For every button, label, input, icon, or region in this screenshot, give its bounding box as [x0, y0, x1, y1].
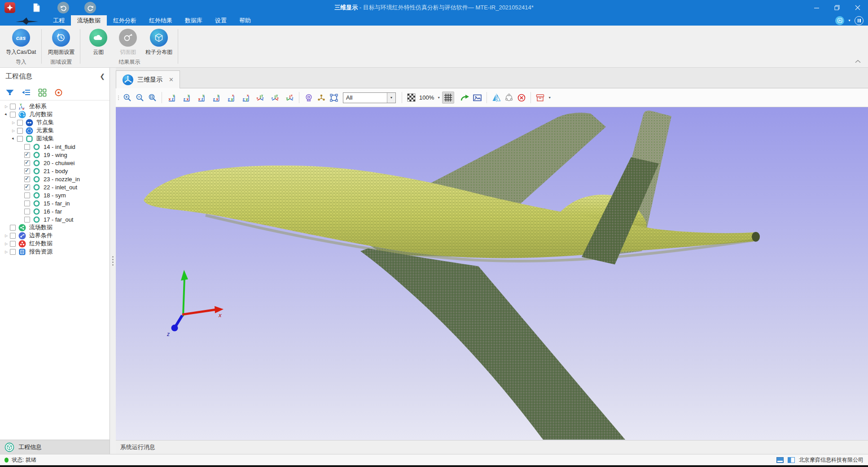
- tree-expander-icon[interactable]: ▷: [3, 234, 10, 238]
- camera-view-icon[interactable]: [302, 92, 315, 104]
- tree-row-15[interactable]: 流场数据: [0, 223, 110, 231]
- tree-row-1[interactable]: ▸几何数据: [0, 110, 110, 118]
- layout-toggle-icon[interactable]: [855, 16, 864, 25]
- menu-item-6[interactable]: 帮助: [233, 15, 257, 26]
- delete-clear-icon[interactable]: [515, 92, 527, 104]
- tree-expander-icon[interactable]: ▸: [9, 135, 18, 143]
- app-icon[interactable]: [4, 2, 15, 13]
- restore-button[interactable]: [827, 0, 847, 15]
- tree-checkbox[interactable]: [24, 184, 30, 190]
- zoom-fit-icon[interactable]: [146, 92, 158, 104]
- tree-row-11[interactable]: 18 - sym: [0, 191, 110, 199]
- menu-item-4[interactable]: 数据库: [179, 15, 209, 26]
- view-iso-2-icon[interactable]: yxz: [269, 92, 281, 104]
- view-bottom-icon[interactable]: xzy: [239, 92, 251, 104]
- viewport-3d[interactable]: x z: [116, 107, 868, 440]
- redo-icon[interactable]: [84, 2, 96, 13]
- menu-item-2[interactable]: 红外分析: [107, 15, 143, 26]
- tree-checkbox[interactable]: [24, 168, 30, 174]
- selection-box-icon[interactable]: [328, 92, 340, 104]
- tree-checkbox[interactable]: [17, 120, 23, 126]
- tree-row-17[interactable]: ▷红外数据: [0, 240, 110, 248]
- tab-close-icon[interactable]: ✕: [169, 76, 174, 83]
- tree-row-4[interactable]: ▸面域集: [0, 135, 110, 143]
- tree-checkbox[interactable]: [10, 104, 16, 109]
- tree-checkbox[interactable]: [17, 136, 23, 142]
- tree-expander-icon[interactable]: ▷: [10, 121, 17, 125]
- panel-splitter[interactable]: [110, 68, 116, 454]
- view-right-icon[interactable]: yzx: [210, 92, 222, 104]
- view-iso-3-icon[interactable]: xzy: [284, 92, 296, 104]
- tree-row-10[interactable]: 22 - inlet_out: [0, 183, 110, 191]
- tree-checkbox[interactable]: [10, 112, 16, 118]
- tree-checkbox[interactable]: [24, 144, 30, 150]
- transparency-checker-icon[interactable]: [405, 92, 417, 104]
- tree-row-13[interactable]: 16 - far: [0, 207, 110, 215]
- tree-row-9[interactable]: 23 - nozzle_in: [0, 175, 110, 183]
- tree-checkbox[interactable]: [24, 152, 30, 158]
- view-left-icon[interactable]: yxz: [195, 92, 207, 104]
- tree-expander-icon[interactable]: ▸: [2, 110, 10, 118]
- split-layout-icon[interactable]: [788, 457, 795, 463]
- panel-collapse-icon[interactable]: ❮: [97, 73, 108, 80]
- snapshot-image-icon[interactable]: [471, 92, 483, 104]
- import-cas-dat-button[interactable]: cas 导入Cas/Dat: [4, 27, 38, 57]
- tree-row-18[interactable]: ▷报告资源: [0, 248, 110, 256]
- tree-checkbox[interactable]: [24, 160, 30, 166]
- filter-icon[interactable]: [4, 87, 15, 98]
- grid-view-icon[interactable]: [37, 87, 48, 98]
- zoom-out-icon[interactable]: [134, 92, 146, 104]
- tree-checkbox[interactable]: [10, 225, 16, 231]
- periodic-face-button[interactable]: 周期面设置: [45, 27, 77, 57]
- tree-checkbox[interactable]: [24, 209, 30, 214]
- tree-expander-icon[interactable]: ▷: [3, 105, 10, 109]
- grid-toggle-icon[interactable]: [442, 92, 454, 104]
- tree-expander-icon[interactable]: ▷: [3, 242, 10, 246]
- sphere-nodes-icon[interactable]: [503, 92, 515, 104]
- export-share-icon[interactable]: [459, 92, 471, 104]
- molecule-nodes-icon[interactable]: [315, 92, 327, 104]
- locate-target-icon[interactable]: [53, 87, 64, 98]
- archive-dropdown-caret-icon[interactable]: ▼: [548, 96, 551, 99]
- tab-3d-display[interactable]: 三维显示 ✕: [116, 70, 180, 88]
- tree-checkbox[interactable]: [24, 176, 30, 182]
- view-top-icon[interactable]: xzy: [224, 92, 237, 104]
- view-back-icon[interactable]: yzx: [180, 92, 192, 104]
- mirror-flip-icon[interactable]: [490, 92, 502, 104]
- tree-row-12[interactable]: 15 - far_in: [0, 199, 110, 207]
- view-iso-1-icon[interactable]: yzx: [254, 92, 266, 104]
- tree-row-0[interactable]: ▷Yzx坐标系: [0, 102, 110, 110]
- tree-checkbox[interactable]: [17, 128, 23, 134]
- display-filter-combo[interactable]: All ▼: [343, 92, 396, 103]
- tree-expander-icon[interactable]: ▷: [10, 129, 17, 133]
- menu-item-0[interactable]: 工程: [47, 15, 71, 26]
- tree-checkbox[interactable]: [24, 217, 30, 223]
- tree-checkbox[interactable]: [10, 249, 16, 255]
- zoom-in-icon[interactable]: [121, 92, 133, 104]
- tree-row-7[interactable]: 20 - chuiwei: [0, 159, 110, 167]
- tree-checkbox[interactable]: [24, 201, 30, 206]
- expand-list-icon[interactable]: [21, 87, 31, 98]
- combo-dropdown-icon[interactable]: ▼: [387, 93, 395, 103]
- zoom-dropdown-caret-icon[interactable]: ▼: [437, 96, 440, 99]
- tree-expander-icon[interactable]: ▷: [3, 250, 10, 254]
- tree-checkbox[interactable]: [24, 192, 30, 198]
- tree-row-5[interactable]: 14 - int_fluid: [0, 143, 110, 151]
- minimize-button[interactable]: [806, 0, 827, 15]
- toolbar-drag-handle[interactable]: [118, 96, 119, 100]
- particle-map-button[interactable]: 粒子分布图: [143, 27, 175, 57]
- tree-row-2[interactable]: ▷节点集: [0, 118, 110, 127]
- menu-item-1[interactable]: 流场数据: [71, 15, 107, 26]
- tree-checkbox[interactable]: [10, 233, 16, 239]
- new-document-icon[interactable]: [31, 2, 42, 13]
- panel-footer-tab[interactable]: 工程信息: [0, 440, 110, 454]
- tree-checkbox[interactable]: [10, 241, 16, 247]
- zoom-percent-value[interactable]: 100%: [419, 94, 434, 101]
- tree-row-3[interactable]: ▷元素集: [0, 127, 110, 135]
- tree-row-14[interactable]: 17 - far_out: [0, 215, 110, 223]
- system-message-header[interactable]: 系统运行消息: [116, 440, 868, 454]
- view-front-icon[interactable]: yxz: [165, 92, 177, 104]
- tree-row-6[interactable]: 19 - wing: [0, 151, 110, 159]
- style-dropdown-caret-icon[interactable]: ▼: [848, 19, 851, 22]
- undo-icon[interactable]: [57, 2, 69, 13]
